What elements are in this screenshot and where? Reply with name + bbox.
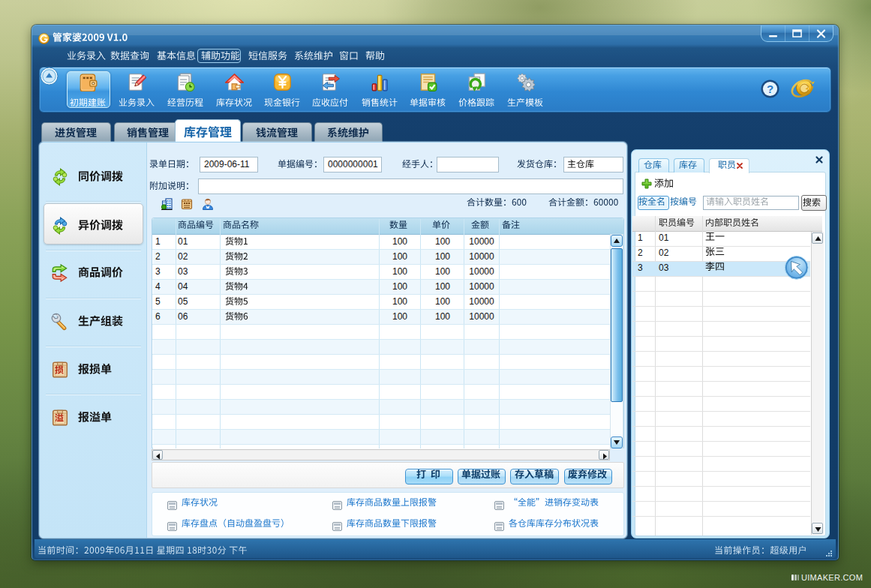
svg-text:?: ? — [767, 82, 773, 95]
